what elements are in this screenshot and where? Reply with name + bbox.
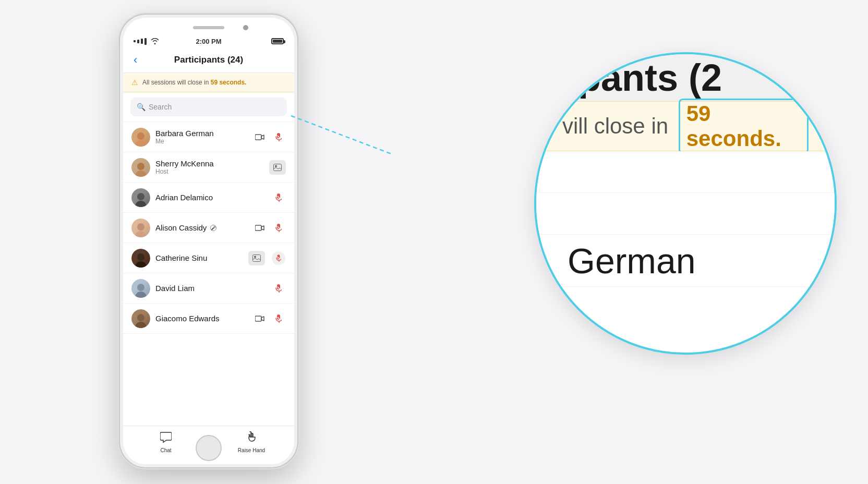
raise-hand-tab-label: Raise Hand [238,447,265,453]
mic-red-icon [275,224,282,232]
svg-point-16 [254,256,256,258]
avatar [131,128,150,147]
video-camera-icon [255,225,264,231]
video-icon-btn [252,132,267,142]
image-icon [273,164,282,171]
mag-seconds-text: 59 seconds. [686,101,781,151]
warning-text: All sessions will close in 59 seconds. [142,79,246,86]
phone-device: 2:00 PM ‹ Participants (24) ⚠ All sessio… [120,15,297,467]
chat-icon [160,431,172,446]
image-icon-btn[interactable] [248,251,265,265]
mag-title-section: ipants (2 [536,54,835,101]
participant-info: Alison Cassidy 🎤 [155,223,247,232]
participant-name-container: Alison Cassidy 🎤 [155,223,247,232]
raise-hand-icon [246,431,257,446]
warning-seconds: 59 seconds. [211,79,247,86]
participant-name: Adrian Delamico [155,193,266,202]
participant-item: Sherry McKenna Host [123,152,294,183]
status-time: 2:00 PM [196,38,221,45]
avatar [131,249,150,268]
signal-bar-2 [137,40,139,43]
participant-item: Barbara German Me [123,122,294,152]
participant-item: Giacomo Edwards [123,304,294,334]
mag-warning-prefix: vill close in [562,114,674,139]
wifi-icon [151,38,159,44]
mag-seconds-highlight: 59 seconds. [679,99,809,154]
mic-red-icon [275,314,282,323]
participant-name: Barbara German [155,129,247,138]
search-placeholder: Search [149,103,172,111]
participant-name: Alison Cassidy [155,223,207,232]
signal-bar-1 [134,40,136,42]
participant-name: Sherry McKenna [155,159,264,168]
participant-info: Adrian Delamico [155,193,266,202]
battery-icon [271,38,284,44]
video-icon-btn [252,313,267,324]
participant-info: Catherine Sinu [155,253,243,262]
magnified-content: ipants (2 vill close in 59 seconds. Germ… [536,54,835,353]
participant-icons [271,283,286,294]
nav-bar: ‹ Participants (24) [123,47,294,73]
phone-speaker [193,26,224,29]
signal-bar-4 [144,38,147,45]
svg-rect-15 [253,255,261,261]
avatar [131,279,150,298]
participant-info: Barbara German Me [155,129,247,145]
search-input[interactable]: 🔍 Search [130,98,287,116]
participant-icons [252,313,286,324]
mag-warning-section: vill close in 59 seconds. [536,101,835,151]
participant-icons [248,251,286,265]
participant-info: David Liam [155,284,266,293]
mute-icon: 🎤 [210,225,216,231]
participant-icons [271,192,286,203]
mag-title-text: ipants (2 [568,56,722,99]
mag-name-text: German [568,240,696,281]
svg-rect-23 [255,316,261,321]
mic-red-icon [275,133,282,141]
participant-icons [269,160,286,175]
participant-icons [252,223,286,233]
mic-icon-btn [271,192,286,203]
scene: 2:00 PM ‹ Participants (24) ⚠ All sessio… [0,0,868,484]
mic-icon-btn [271,223,286,233]
participant-info: Sherry McKenna Host [155,159,264,175]
participant-name: David Liam [155,284,266,293]
participant-item: Alison Cassidy 🎤 [123,213,294,243]
mag-empty-row-2 [536,193,835,235]
connector-dashed-line [291,116,391,154]
video-camera-icon [255,134,264,140]
avatar [131,219,150,237]
warning-icon: ⚠ [131,78,138,87]
signal-indicators [134,38,159,45]
avatar [131,188,150,207]
mic-red-icon-circle [276,255,281,262]
svg-rect-0 [255,135,261,140]
image-icon-btn[interactable] [269,160,286,175]
status-bar: 2:00 PM [123,35,294,47]
svg-point-5 [275,165,277,167]
participant-role: Host [155,168,264,175]
image-icon [252,255,261,262]
video-icon-btn [252,223,267,233]
avatar [131,158,150,177]
magnified-circle: ipants (2 vill close in 59 seconds. Germ… [534,52,837,355]
svg-rect-4 [274,164,282,171]
battery-fill [273,40,282,43]
nav-title: Participants (24) [174,55,243,65]
participant-item: David Liam [123,273,294,304]
mic-icon-btn [271,313,286,324]
svg-rect-11 [255,225,261,231]
participant-item: Adrian Delamico [123,183,294,213]
back-button[interactable]: ‹ [131,51,139,69]
mic-red-icon [275,193,282,202]
participant-icons [252,132,286,142]
participant-role: Me [155,138,247,145]
avatar [131,309,150,328]
participant-info: Giacomo Edwards [155,314,247,323]
signal-bar-3 [141,39,143,44]
mag-empty-row-1 [536,151,835,193]
warning-banner: ⚠ All sessions will close in 59 seconds. [123,73,294,92]
search-icon: 🔍 [137,103,146,111]
phone-home-button[interactable] [196,435,222,461]
search-bar: 🔍 Search [123,92,294,122]
